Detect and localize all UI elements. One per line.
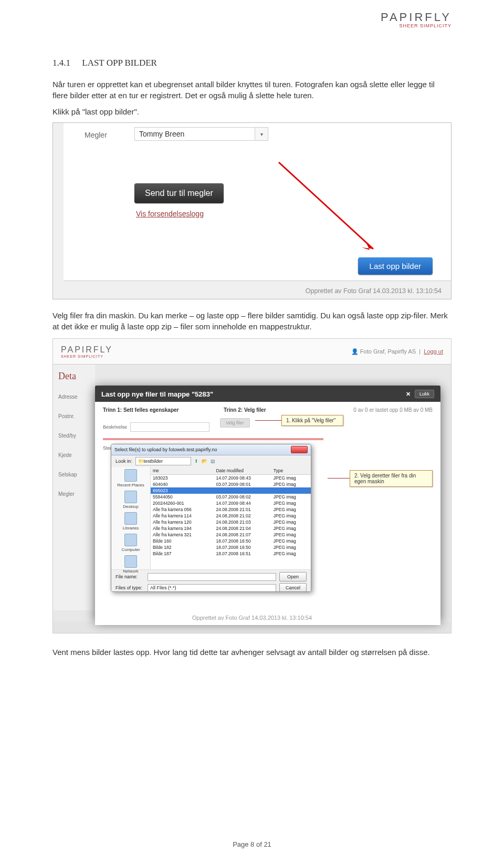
user-name: Foto Graf, Papirfly AS [360,348,416,355]
filetype-label: Files of type: [116,585,144,590]
logo-sub-small: SHEER SIMPLICITY [61,355,113,358]
sidebar-label: Kjede [53,448,95,467]
places-item[interactable]: Recent Places [112,469,149,487]
megler-label: Megler [85,131,107,139]
beskrivelse-input[interactable] [130,422,209,432]
logo-main-small: PAPIRFLY [61,345,113,355]
screenshot-2: PAPIRFLY SHEER SIMPLICITY 👤 Foto Graf, P… [52,338,452,633]
last-opp-bilder-button[interactable]: Last opp bilder [358,257,433,275]
open-button[interactable]: Open [279,572,307,581]
file-row[interactable]: 5584405003.07.2009 08:02JPEG imag [151,494,311,500]
paragraph-4: Vent mens bilder lastes opp. Hvor lang t… [52,647,452,658]
file-column-header[interactable]: Type [271,467,311,475]
file-list[interactable]: meDate modifiedType 18302314.07.2009 08:… [151,467,311,569]
sidebar-label: Sted/by [53,429,95,448]
file-row[interactable]: 60404003.07.2009 08:01JPEG imag [151,481,311,487]
callout-2: 2. Velg deretter filer fra din egen mask… [350,470,433,487]
file-row[interactable]: Bilde 18718.07.2008 16:51JPEG imag [151,550,311,557]
section-number: 1.4.1 [52,58,70,68]
section-heading: 1.4.1 LAST OPP BILDER [52,58,452,68]
file-dialog: Select file(s) to upload by fotoweb.test… [111,444,311,592]
user-info: 👤 Foto Graf, Papirfly AS | Logg ut [351,348,443,355]
file-row[interactable]: Alle fra kamera 32124.08.2008 21:07JPEG … [151,532,311,538]
file-row[interactable]: Alle fra kamera 19424.08.2008 21:04JPEG … [151,525,311,532]
screenshot2-footer: Opprettet av Foto Graf 14.03.2013 kl. 13… [53,615,451,621]
lookin-label: Look in: [116,459,132,464]
file-row[interactable]: 18302314.07.2009 08:43JPEG imag [151,475,311,482]
view-menu-icon[interactable]: ▤ [211,459,215,464]
velg-filer-button[interactable]: Velg filer [220,418,250,428]
modal-title: Last opp nye filer til mappe "5283" [101,390,213,398]
filename-input[interactable] [148,573,276,581]
svg-line-0 [279,162,373,249]
send-tur-button[interactable]: Send tur til megler [134,183,224,203]
file-row[interactable]: Alle fra kamera 12024.08.2008 21:03JPEG … [151,519,311,525]
svg-marker-1 [362,241,373,250]
app-topbar: PAPIRFLY SHEER SIMPLICITY 👤 Foto Graf, P… [53,339,451,365]
trinn1-label: Trinn 1: Sett felles egenskaper [103,407,224,413]
new-folder-icon[interactable]: 📂 [202,459,207,464]
close-icon[interactable]: ✕ [406,391,411,398]
window-close-icon[interactable] [291,446,308,453]
file-row[interactable]: Bilde 16018.07.2008 16:50JPEG imag [151,538,311,544]
callout-line-1 [255,420,281,421]
app-brand: PAPIRFLY SHEER SIMPLICITY [61,345,113,358]
file-row[interactable]: 200244260-00114.07.2009 08:44JPEG imag [151,500,311,506]
cancel-button[interactable]: Cancel [279,583,307,592]
filename-label: File name: [116,574,144,579]
upload-modal: Last opp nye filer til mappe "5283" ✕ Lu… [95,386,440,621]
screenshot-1: Megler Tommy Breen ▾ Send tur til megler… [52,122,452,299]
megler-select[interactable]: Tommy Breen ▾ [134,127,268,141]
sidebar: Deta AdressePostnr.Sted/byKjedeSelskapMe… [53,365,95,610]
sidebar-label: Megler [53,487,95,506]
lukk-button[interactable]: Lukk [415,390,434,398]
vis-forsendelseslogg-link[interactable]: Vis forsendelseslogg [136,210,204,218]
trinn2-label: Trinn 2: Velg filer [224,407,318,413]
annotation-arrow-icon [268,160,384,259]
chevron-down-icon[interactable]: ▾ [255,127,268,141]
megler-value: Tommy Breen [139,130,184,138]
brand-logo: PAPIRFLY SHEER SIMPLICITY [381,11,452,28]
sidebar-label: Selskap [53,467,95,487]
sidebar-label: Postnr. [53,409,95,429]
file-dialog-title: Select file(s) to upload by fotoweb.test… [114,447,217,452]
section-title: LAST OPP BILDER [82,58,157,68]
upload-status: 0 av 0 er lastet opp 0 MB av 0 MB [318,407,433,413]
places-item[interactable]: Desktop [112,491,149,509]
sidebar-label: Adresse [53,390,95,409]
file-row[interactable]: Bilde 18218.07.2008 16:50JPEG imag [151,544,311,550]
paragraph-2: Klikk på "last opp bilder". [52,106,452,117]
logo-main: PAPIRFLY [381,11,452,24]
places-sidebar: Recent PlacesDesktopLibrariesComputerNet… [111,467,151,569]
file-column-header[interactable]: Date modified [214,467,271,475]
filetype-select[interactable]: All Files (*.*) [148,584,276,592]
paragraph-3: Velg filer fra din maskin. Du kan merke … [52,310,452,332]
lookin-select[interactable]: 📁 testbilder [135,457,191,465]
callout-1: 1. Klikk på "Velg filer" [281,415,343,426]
places-item[interactable]: Libraries [112,512,149,531]
paragraph-1: Når turen er opprettet kan et ubegrenset… [52,79,452,101]
page-footer: Page 8 of 21 [0,840,504,848]
beskrivelse-label: Beskrivelse [103,424,127,430]
file-column-header[interactable]: me [151,467,214,475]
places-item[interactable]: Computer [112,534,149,552]
file-row[interactable]: Alle fra kamera 11424.08.2008 21:02JPEG … [151,513,311,519]
screenshot1-footer: Opprettet av Foto Graf 14.03.2013 kl. 13… [306,287,442,295]
file-row[interactable]: 695023 [151,487,311,494]
places-item[interactable]: Network [112,555,149,574]
logout-link[interactable]: Logg ut [424,348,443,355]
page-title-partial: Deta [53,370,95,390]
folder-up-icon[interactable]: ⬆ [194,459,198,464]
progress-bar [103,438,323,440]
file-row[interactable]: Alle fra kamera 05624.08.2008 21:01JPEG … [151,506,311,513]
